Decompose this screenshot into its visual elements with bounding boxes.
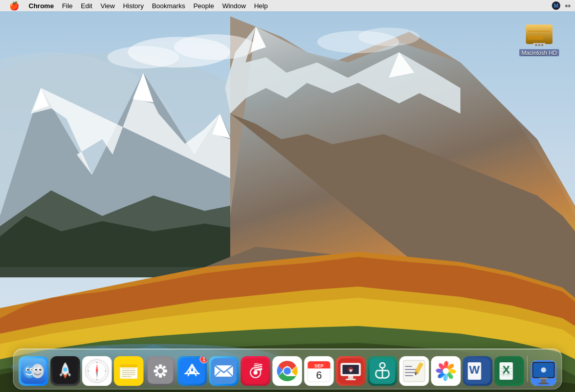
dock-separator — [527, 356, 528, 382]
svg-text:6: 6 — [316, 369, 322, 381]
svg-rect-156 — [541, 379, 546, 383]
svg-rect-41 — [528, 34, 550, 34]
dock-icon-excel[interactable]: X — [495, 356, 524, 386]
svg-rect-81 — [159, 375, 162, 378]
svg-point-104 — [284, 367, 291, 375]
svg-rect-37 — [535, 44, 537, 46]
dock-icon-launchpad[interactable] — [51, 356, 80, 386]
svg-rect-157 — [539, 383, 549, 384]
svg-point-30 — [174, 34, 256, 60]
svg-point-58 — [63, 367, 68, 372]
dock-icon-safari[interactable] — [82, 356, 112, 386]
svg-rect-39 — [541, 44, 543, 46]
menu-edit[interactable]: Edit — [77, 0, 96, 11]
menu-people[interactable]: People — [189, 0, 218, 11]
svg-point-31 — [107, 46, 179, 69]
svg-rect-113 — [348, 376, 353, 379]
svg-rect-155 — [539, 378, 548, 379]
menu-history[interactable]: History — [119, 0, 147, 11]
menu-help[interactable]: Help — [250, 0, 272, 11]
menu-bookmarks[interactable]: Bookmarks — [148, 0, 189, 11]
menu-view[interactable]: View — [96, 0, 119, 11]
dock-icon-screens[interactable] — [336, 356, 366, 386]
svg-text:SEP: SEP — [314, 363, 323, 368]
dock-icon-chrome[interactable] — [273, 356, 302, 386]
hd-drive-icon[interactable]: Macintosh HD — [519, 21, 560, 56]
svg-rect-71 — [120, 364, 138, 367]
svg-rect-82 — [154, 369, 157, 373]
menu-file[interactable]: File — [58, 0, 77, 11]
svg-point-51 — [32, 364, 44, 378]
svg-rect-38 — [538, 44, 540, 46]
dock: A 1 — [13, 349, 562, 389]
resize-icon: ⇔ — [565, 2, 571, 10]
dock-icon-calendar[interactable]: SEP 6 — [304, 356, 334, 386]
svg-point-139 — [443, 368, 449, 374]
svg-text:M: M — [554, 3, 558, 9]
dock-icon-system-prefs[interactable] — [146, 356, 175, 386]
menubar-right: M ⇔ — [550, 0, 571, 11]
svg-rect-83 — [164, 369, 167, 373]
apple-icon: 🍎 — [9, 1, 19, 11]
svg-point-49 — [27, 369, 29, 371]
svg-text:W: W — [469, 363, 480, 376]
dock-icon-textedit[interactable] — [400, 356, 429, 386]
menu-window[interactable]: Window — [218, 0, 250, 11]
appstore-badge: 1 — [200, 356, 207, 363]
svg-rect-80 — [159, 364, 162, 367]
dock-icon-chrome-small[interactable] — [531, 360, 557, 386]
dock-icon-notes[interactable] — [114, 356, 144, 386]
desktop: Macintosh HD — [0, 11, 575, 392]
menubar: 🍎 Chrome File Edit View History Bookmark… — [0, 0, 575, 11]
app-name[interactable]: Chrome — [25, 0, 58, 11]
svg-point-79 — [158, 368, 163, 374]
dock-icon-gitkraken[interactable] — [368, 356, 397, 386]
malwarebytes-icon[interactable]: M — [550, 0, 562, 11]
dock-icon-photos[interactable] — [431, 356, 461, 386]
svg-point-56 — [39, 369, 41, 371]
dock-icon-itunes[interactable] — [241, 356, 271, 386]
svg-rect-40 — [528, 31, 550, 32]
svg-rect-114 — [346, 379, 356, 380]
dock-icon-word[interactable]: W — [463, 356, 493, 386]
svg-rect-42 — [528, 36, 543, 40]
svg-point-97 — [254, 371, 258, 375]
hd-label: Macintosh HD — [519, 49, 559, 56]
dock-icon-app-store[interactable]: A 1 — [178, 356, 207, 386]
dock-icon-finder[interactable] — [19, 356, 49, 386]
svg-point-154 — [541, 367, 546, 373]
apple-menu[interactable]: 🍎 — [4, 0, 25, 11]
svg-point-55 — [35, 369, 37, 371]
svg-point-33 — [358, 28, 419, 46]
dock-icon-mail[interactable] — [209, 356, 239, 386]
